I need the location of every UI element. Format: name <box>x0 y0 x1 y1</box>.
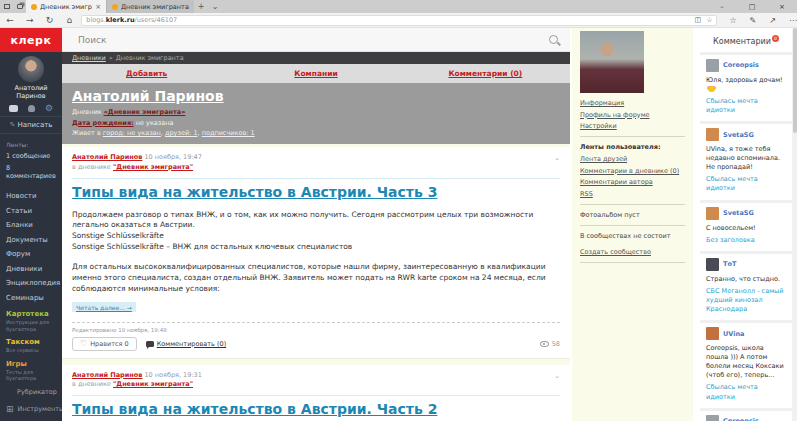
read-more-link[interactable]: Читать далее... → <box>72 302 136 312</box>
messages-count-link[interactable]: 1 сообщение <box>6 152 56 160</box>
friends-link[interactable]: друзей: 1 <box>165 129 198 137</box>
reading-view-icon[interactable]: ◫ <box>695 16 702 24</box>
home-icon[interactable]: ⌂ <box>59 15 79 25</box>
post-title-link[interactable]: Типы вида на жительство в Австрии. Часть… <box>72 395 560 419</box>
menu-add-link[interactable]: Добавить <box>62 69 231 78</box>
author-comments-link[interactable]: Комментарии автора <box>580 178 685 186</box>
comment-username-link[interactable]: Coreopsis <box>723 61 759 69</box>
set-tabs-aside-icon[interactable] <box>0 0 13 13</box>
favorite-star-icon[interactable]: ☆ <box>706 16 712 24</box>
comment-post-link[interactable]: Сбылась мечта идиотки <box>706 175 786 193</box>
comment-avatar[interactable] <box>706 128 719 141</box>
create-community-link[interactable]: Создать сообщество <box>580 248 685 256</box>
comment-avatar[interactable] <box>706 415 719 421</box>
tab-close-icon[interactable]: × <box>95 3 101 11</box>
close-button[interactable]: × <box>767 0 797 13</box>
messages-icon[interactable] <box>9 105 18 112</box>
settings-link[interactable]: Настройки <box>580 122 685 130</box>
views-count: 58 <box>552 340 560 348</box>
comment-username-link[interactable]: UVina <box>723 330 744 338</box>
sidebar-item-encyclopedia[interactable]: Энциклопедия <box>6 279 56 287</box>
menu-companies-link[interactable]: Компании <box>231 69 400 78</box>
sidebar-item-games[interactable]: Игры Тесты для бухгалтера <box>6 360 56 382</box>
comment-avatar[interactable] <box>706 207 719 220</box>
search-icon[interactable] <box>549 35 558 44</box>
like-button[interactable]: ♡ Нравится 0 <box>72 337 137 351</box>
menu-comments-link[interactable]: Комментарии (0) <box>401 69 570 78</box>
comment-post-link[interactable]: Сбылась мечта идиотки <box>706 97 786 115</box>
like-label: Нравится 0 <box>90 340 129 348</box>
klerk-logo[interactable]: клерк <box>0 28 62 52</box>
sidebar-username[interactable]: Анатолий Паринов <box>0 84 62 100</box>
comment-username-link[interactable]: SvetaSG <box>723 131 754 139</box>
sidebar-item-articles[interactable]: Статьи <box>6 207 56 215</box>
sidebar-item-seminars[interactable]: Семинары <box>6 294 56 302</box>
comment-username-link[interactable]: Coreopsis <box>723 417 759 421</box>
post-collapse-icon[interactable]: ⌄ <box>554 371 560 382</box>
in-diary-label: в дневнике <box>72 163 111 171</box>
sidebar-item-kartoteka[interactable]: Картотека Инструкции для бухгалтера <box>6 310 56 332</box>
back-icon[interactable]: ← <box>0 15 20 25</box>
sidebar-item-documents[interactable]: Документы <box>6 236 56 244</box>
web-note-pen-icon[interactable]: ✎ <box>750 16 757 25</box>
browser-tab-inactive[interactable]: Дневник эмигранта / Днев <box>106 0 194 13</box>
new-tab-button[interactable]: + <box>194 0 208 13</box>
write-post-button[interactable]: ✎Написать <box>0 116 62 134</box>
comment-text: С новосельем! <box>706 224 786 233</box>
comment-avatar[interactable] <box>706 59 719 72</box>
rss-link[interactable]: RSS <box>580 190 685 198</box>
sidebar-item-forum[interactable]: Форум <box>6 250 56 258</box>
comment-avatar[interactable] <box>706 327 719 340</box>
comment-username-link[interactable]: ТоТ <box>723 260 736 268</box>
scrollbar-thumb[interactable] <box>793 28 797 133</box>
forum-profile-link[interactable]: Профиль на форуме <box>580 111 685 119</box>
comment-avatar[interactable] <box>706 258 719 271</box>
blog-menu-bar: Добавить Компании Комментарии (0) <box>62 64 570 83</box>
comment-post-link[interactable]: Без заголовка <box>706 236 786 245</box>
profile-name-link[interactable]: Анатолий Паринов <box>72 88 560 104</box>
sidebar-item-instruments[interactable]: ⊞ Инструменты <box>0 400 62 418</box>
maximize-button[interactable]: □ <box>737 0 767 13</box>
sidebar-item-diaries[interactable]: Дневники <box>6 265 56 273</box>
diary-comments-link[interactable]: Комментарии в дневнике (0) <box>580 167 685 175</box>
post-author-link[interactable]: Анатолий Паринов <box>72 371 142 379</box>
post-title-link[interactable]: Типы вида на жительство в Австрии. Часть… <box>72 178 560 202</box>
refresh-icon[interactable]: ↻ <box>40 15 60 25</box>
url-input[interactable]: blogs.klerk.ru/users/46107 ◫ ☆ <box>81 15 717 26</box>
more-menu-icon[interactable]: ⋯ <box>789 16 797 25</box>
diary-link[interactable]: «Дневник эмигранта» <box>104 108 186 116</box>
comments-count-link[interactable]: 8 комментариев <box>6 164 56 180</box>
sidebar-item-blanks[interactable]: Бланки <box>6 221 56 229</box>
tabs-aside-icon[interactable] <box>13 0 26 13</box>
comments-scrollbar[interactable] <box>792 28 797 421</box>
site-search-bar[interactable]: Поиск <box>62 28 570 52</box>
sidebar-item-rubricator[interactable]: Рубрикатор <box>0 384 62 400</box>
settings-gear-icon[interactable]: ⚙ <box>45 105 53 112</box>
breadcrumb-root-link[interactable]: Дневники <box>72 54 106 62</box>
comment-post-link[interactable]: Сбылась мечта идиотки <box>706 383 786 401</box>
post-author-link[interactable]: Анатолий Паринов <box>72 153 142 161</box>
sidebar-item-news[interactable]: Новости <box>6 192 56 200</box>
notifications-bell-icon[interactable] <box>28 105 35 112</box>
info-link[interactable]: Информация <box>580 99 685 107</box>
browser-tab-active[interactable]: Дневник эмигранта / Д × <box>26 0 106 13</box>
sidebar-item-takskom[interactable]: Такском Все сервисы <box>6 338 56 354</box>
comment-button[interactable]: Комментировать (0) <box>146 340 226 348</box>
comment-post-link[interactable]: СБС Меганолл - самый худший кинозал Крас… <box>706 287 786 314</box>
city-link[interactable]: город: не указан <box>103 129 161 137</box>
site-favicon <box>31 4 37 10</box>
favorites-hub-icon[interactable]: ☆ <box>729 16 736 25</box>
comment-username-link[interactable]: SvetaSG <box>723 209 754 217</box>
post-diary-link[interactable]: "Дневник эмигранта" <box>113 163 193 171</box>
post-diary-link[interactable]: "Дневник эмигранта" <box>113 380 193 388</box>
minimize-button[interactable]: – <box>707 0 737 13</box>
post-collapse-icon[interactable]: ⌄ <box>554 153 560 164</box>
sidebar-avatar[interactable] <box>18 56 44 82</box>
forward-icon[interactable]: → <box>20 15 40 25</box>
share-icon[interactable]: ↗ <box>769 16 776 25</box>
comment-item: SvetaSG С новосельем! Без заголовка <box>700 200 792 251</box>
tab-preview-chevron-icon[interactable]: ⌄ <box>208 0 222 13</box>
subscribers-link[interactable]: подписчиков: 1 <box>202 129 255 137</box>
friends-feed-link[interactable]: Лента друзей <box>580 155 685 163</box>
birth-date-link[interactable]: Дата рождения: <box>72 119 134 127</box>
